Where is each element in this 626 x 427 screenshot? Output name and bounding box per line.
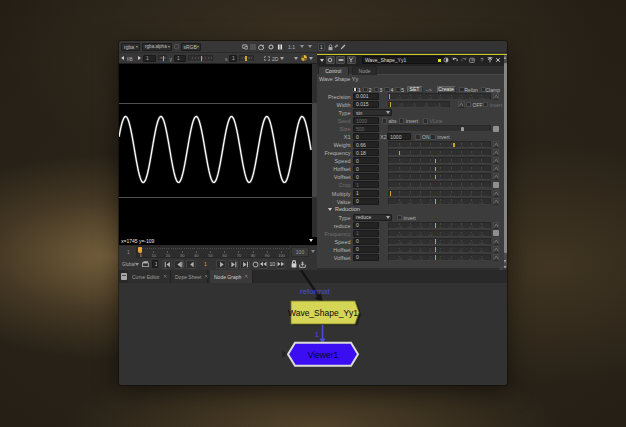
param-slider[interactable]: -40-30-20-10010203040: [388, 165, 491, 172]
param-value-field[interactable]: 0: [353, 222, 379, 229]
scroll-down-icon[interactable]: [504, 260, 506, 263]
chevron-down-icon[interactable]: [308, 45, 312, 48]
tab-dope-sheet[interactable]: Dope Sheet: [171, 270, 208, 283]
range-mode-dropdown[interactable]: Global: [122, 262, 135, 267]
next-keyframe-button[interactable]: [228, 260, 238, 269]
param-value-field[interactable]: 500: [353, 125, 379, 132]
node-color-swatch[interactable]: [437, 58, 442, 63]
gain-value-field[interactable]: 1: [143, 55, 156, 62]
help-icon[interactable]: ?: [481, 57, 484, 63]
param-value-field[interactable]: 0.18: [353, 149, 379, 156]
channels-dropdown[interactable]: rgba: [121, 43, 140, 51]
undo-icon[interactable]: [452, 57, 458, 63]
tab-node-graph[interactable]: Node Graph: [210, 270, 253, 283]
scroll-up-icon[interactable]: [504, 56, 506, 59]
param-slider[interactable]: -40-30-20-10010203040: [388, 246, 491, 253]
wipe-color-icon[interactable]: [301, 55, 307, 61]
invert-checkbox[interactable]: [397, 215, 403, 221]
chevron-down-icon[interactable]: [309, 239, 313, 242]
curve-editor-icon[interactable]: [458, 101, 465, 108]
param-value-field[interactable]: 0.015: [353, 101, 379, 108]
preset-checkbox-4[interactable]: [384, 87, 390, 93]
edit-node-name-icon[interactable]: [340, 44, 346, 50]
node-graph[interactable]: [119, 283, 507, 385]
viewer-image-area[interactable]: [119, 64, 312, 237]
skip-step[interactable]: 10: [270, 261, 276, 267]
param-value-field[interactable]: 0: [353, 254, 379, 261]
pane-menu-icon[interactable]: [121, 273, 127, 280]
param-value-field[interactable]: 1000: [353, 117, 379, 124]
param-value-field[interactable]: 0.66: [353, 141, 379, 148]
param-dropdown[interactable]: reduce: [353, 214, 392, 221]
param-slider[interactable]: [388, 125, 491, 132]
frame-format-icon[interactable]: [264, 56, 270, 61]
sat-slider[interactable]: [239, 55, 254, 62]
param-slider[interactable]: -0.8-0.6-0.4-0.200.20.40.60.8: [388, 157, 491, 164]
gain-mini-slider[interactable]: [158, 55, 167, 62]
layer-dropdown[interactable]: rgba.alpha: [142, 43, 172, 51]
lock-panels-icon[interactable]: [328, 44, 333, 51]
param-slider[interactable]: -0.8-0.6-0.4-0.200.20.40.60.8: [388, 238, 491, 245]
view-mode[interactable]: 2D: [272, 56, 278, 62]
flipbook-icon[interactable]: [142, 261, 149, 267]
grid-icon[interactable]: [250, 44, 256, 50]
curve-editor-icon[interactable]: [493, 254, 500, 261]
param-slider[interactable]: -0.8-0.6-0.4-0.200.20.40.60.8: [388, 173, 491, 180]
vline-checkbox[interactable]: [423, 118, 429, 124]
float-panel-icon[interactable]: [487, 57, 493, 63]
lock-range-icon[interactable]: [291, 260, 297, 268]
invert-checkbox[interactable]: [399, 118, 405, 124]
param-value-field[interactable]: 0: [353, 165, 379, 172]
prev-keyframe-button[interactable]: [174, 260, 184, 269]
node-name-field[interactable]: Wave_Shape_Yy1: [362, 56, 445, 64]
skip-back-button[interactable]: [259, 260, 268, 269]
center-node-button[interactable]: [326, 56, 335, 64]
pause-icon[interactable]: [277, 44, 283, 50]
proxy-toggle-icon[interactable]: [174, 44, 179, 49]
play-button[interactable]: [216, 260, 226, 269]
pin-panel-icon[interactable]: [334, 44, 339, 49]
param-value-field[interactable]: 1: [353, 230, 379, 237]
preset-checkbox-5[interactable]: [395, 87, 401, 93]
chevron-down-icon[interactable]: [300, 45, 304, 48]
panel-menu-icon[interactable]: [320, 59, 324, 62]
timeline-ruler[interactable]: 1102030405060708090100: [136, 246, 289, 258]
tab-node[interactable]: Node: [352, 66, 377, 75]
revert-icon[interactable]: [469, 57, 475, 63]
range-end-box[interactable]: 100: [291, 247, 309, 257]
roi-circle-icon[interactable]: [268, 44, 274, 50]
goto-end-button[interactable]: [240, 260, 250, 269]
group-expand-icon[interactable]: [328, 208, 332, 211]
param-slider[interactable]: 0.10.20.30.40.50.60.70.80.9: [388, 149, 491, 156]
param-slider[interactable]: 0.10.20.30.40.50.60.70.80.9: [388, 181, 491, 188]
param-value-field[interactable]: 0: [353, 238, 379, 245]
param-value-field[interactable]: 0: [353, 173, 379, 180]
param-value-field[interactable]: 0: [353, 198, 379, 205]
skip-forward-button[interactable]: [276, 260, 285, 269]
param-slider[interactable]: -0.8-0.6-0.4-0.200.20.40.60.8: [388, 222, 491, 229]
create-button[interactable]: Create: [437, 86, 456, 94]
curve-editor-icon[interactable]: [493, 173, 500, 180]
tab-curve-editor[interactable]: Curve Editor: [128, 270, 171, 283]
param-value-field[interactable]: 0: [353, 246, 379, 253]
render-tray-icon[interactable]: [299, 261, 306, 268]
param-value-field[interactable]: 0: [353, 133, 379, 140]
off-checkbox[interactable]: [466, 102, 472, 108]
param-value-field[interactable]: 1: [353, 190, 379, 197]
param-slider[interactable]: 0.20.40.60.811.21.41.61.8: [388, 230, 491, 237]
curve-editor-icon[interactable]: [493, 93, 500, 100]
on-checkbox[interactable]: [415, 134, 421, 140]
hide-input-button[interactable]: [336, 56, 345, 64]
viewer-timeline[interactable]: 11102030405060708090100100: [119, 246, 317, 259]
curve-editor-icon[interactable]: [493, 222, 500, 229]
curve-editor-icon[interactable]: [493, 141, 500, 148]
preset-checkbox-1[interactable]: [352, 87, 358, 93]
viewer-scrollbar-thumb[interactable]: [312, 103, 317, 197]
panel-scrollbar[interactable]: [504, 55, 508, 269]
monitor-icon[interactable]: [242, 44, 248, 50]
close-tab-icon[interactable]: [244, 274, 249, 279]
curve-editor-icon[interactable]: [493, 246, 500, 253]
chevron-down-icon[interactable]: [294, 57, 298, 60]
param-value-field[interactable]: 0.001: [353, 93, 379, 100]
gamma-slider[interactable]: [188, 55, 213, 62]
